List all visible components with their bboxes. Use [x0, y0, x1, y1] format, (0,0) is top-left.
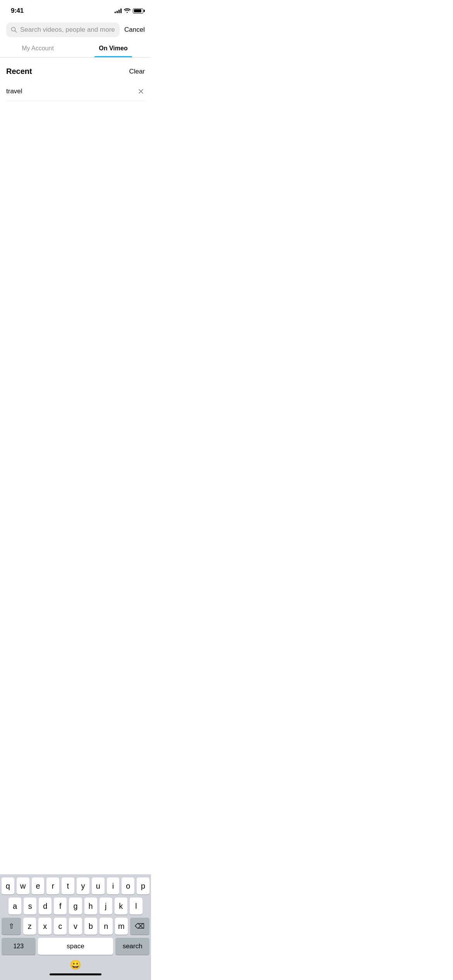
recent-section: Recent Clear travel [0, 58, 151, 106]
recent-item-text: travel [6, 87, 22, 95]
tab-active-indicator [94, 56, 132, 57]
status-icons [115, 8, 143, 14]
search-bar: Cancel [0, 19, 151, 40]
search-icon [11, 27, 17, 33]
tab-my-account[interactable]: My Account [0, 40, 76, 57]
status-time: 9:41 [11, 7, 24, 15]
tabs-container: My Account On Vimeo [0, 40, 151, 58]
search-input-wrapper[interactable] [6, 22, 120, 37]
recent-header: Recent Clear [6, 67, 145, 76]
recent-label: Recent [6, 67, 32, 76]
wifi-icon [124, 8, 130, 14]
tab-on-vimeo[interactable]: On Vimeo [76, 40, 151, 57]
search-input[interactable] [20, 26, 115, 34]
content-area [0, 106, 151, 241]
signal-strength-icon [115, 9, 122, 13]
cancel-button[interactable]: Cancel [124, 26, 145, 34]
remove-item-button[interactable] [137, 87, 145, 95]
clear-button[interactable]: Clear [129, 68, 145, 75]
status-bar: 9:41 [0, 0, 151, 19]
recent-item: travel [6, 82, 145, 101]
svg-line-1 [15, 31, 17, 33]
battery-icon [133, 9, 143, 14]
